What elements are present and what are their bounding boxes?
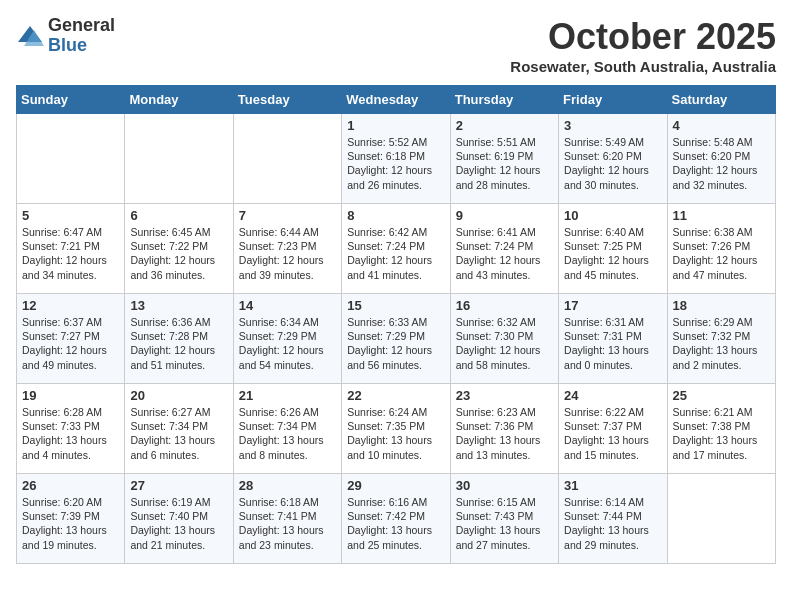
table-row: 9Sunrise: 6:41 AM Sunset: 7:24 PM Daylig… [450,204,558,294]
table-row: 2Sunrise: 5:51 AM Sunset: 6:19 PM Daylig… [450,114,558,204]
day-number: 25 [673,388,770,403]
day-number: 12 [22,298,119,313]
day-number: 8 [347,208,444,223]
day-number: 16 [456,298,553,313]
table-row [667,474,775,564]
calendar-row: 19Sunrise: 6:28 AM Sunset: 7:33 PM Dayli… [17,384,776,474]
day-info: Sunrise: 6:24 AM Sunset: 7:35 PM Dayligh… [347,405,444,462]
page-header: General Blue October 2025 Rosewater, Sou… [16,16,776,75]
table-row [233,114,341,204]
col-tuesday: Tuesday [233,86,341,114]
day-number: 14 [239,298,336,313]
col-sunday: Sunday [17,86,125,114]
logo-text: General Blue [48,16,115,56]
table-row: 10Sunrise: 6:40 AM Sunset: 7:25 PM Dayli… [559,204,667,294]
day-info: Sunrise: 6:23 AM Sunset: 7:36 PM Dayligh… [456,405,553,462]
day-number: 5 [22,208,119,223]
col-wednesday: Wednesday [342,86,450,114]
day-number: 23 [456,388,553,403]
day-info: Sunrise: 6:31 AM Sunset: 7:31 PM Dayligh… [564,315,661,372]
day-info: Sunrise: 6:14 AM Sunset: 7:44 PM Dayligh… [564,495,661,552]
day-info: Sunrise: 6:36 AM Sunset: 7:28 PM Dayligh… [130,315,227,372]
day-number: 11 [673,208,770,223]
table-row: 27Sunrise: 6:19 AM Sunset: 7:40 PM Dayli… [125,474,233,564]
table-row: 23Sunrise: 6:23 AM Sunset: 7:36 PM Dayli… [450,384,558,474]
day-info: Sunrise: 6:19 AM Sunset: 7:40 PM Dayligh… [130,495,227,552]
table-row: 8Sunrise: 6:42 AM Sunset: 7:24 PM Daylig… [342,204,450,294]
table-row: 22Sunrise: 6:24 AM Sunset: 7:35 PM Dayli… [342,384,450,474]
table-row: 14Sunrise: 6:34 AM Sunset: 7:29 PM Dayli… [233,294,341,384]
table-row: 30Sunrise: 6:15 AM Sunset: 7:43 PM Dayli… [450,474,558,564]
day-number: 30 [456,478,553,493]
day-number: 19 [22,388,119,403]
table-row: 18Sunrise: 6:29 AM Sunset: 7:32 PM Dayli… [667,294,775,384]
table-row: 5Sunrise: 6:47 AM Sunset: 7:21 PM Daylig… [17,204,125,294]
day-info: Sunrise: 6:40 AM Sunset: 7:25 PM Dayligh… [564,225,661,282]
day-info: Sunrise: 6:45 AM Sunset: 7:22 PM Dayligh… [130,225,227,282]
day-number: 1 [347,118,444,133]
location: Rosewater, South Australia, Australia [510,58,776,75]
day-info: Sunrise: 6:18 AM Sunset: 7:41 PM Dayligh… [239,495,336,552]
day-number: 22 [347,388,444,403]
day-info: Sunrise: 6:28 AM Sunset: 7:33 PM Dayligh… [22,405,119,462]
day-info: Sunrise: 6:16 AM Sunset: 7:42 PM Dayligh… [347,495,444,552]
day-number: 2 [456,118,553,133]
calendar-row: 26Sunrise: 6:20 AM Sunset: 7:39 PM Dayli… [17,474,776,564]
day-info: Sunrise: 6:42 AM Sunset: 7:24 PM Dayligh… [347,225,444,282]
table-row: 13Sunrise: 6:36 AM Sunset: 7:28 PM Dayli… [125,294,233,384]
calendar-body: 1Sunrise: 5:52 AM Sunset: 6:18 PM Daylig… [17,114,776,564]
title-section: October 2025 Rosewater, South Australia,… [510,16,776,75]
table-row: 11Sunrise: 6:38 AM Sunset: 7:26 PM Dayli… [667,204,775,294]
table-row: 25Sunrise: 6:21 AM Sunset: 7:38 PM Dayli… [667,384,775,474]
day-info: Sunrise: 6:26 AM Sunset: 7:34 PM Dayligh… [239,405,336,462]
day-number: 13 [130,298,227,313]
calendar-row: 1Sunrise: 5:52 AM Sunset: 6:18 PM Daylig… [17,114,776,204]
col-monday: Monday [125,86,233,114]
day-number: 21 [239,388,336,403]
day-number: 10 [564,208,661,223]
table-row: 17Sunrise: 6:31 AM Sunset: 7:31 PM Dayli… [559,294,667,384]
calendar-table: Sunday Monday Tuesday Wednesday Thursday… [16,85,776,564]
day-number: 31 [564,478,661,493]
day-info: Sunrise: 6:41 AM Sunset: 7:24 PM Dayligh… [456,225,553,282]
day-info: Sunrise: 6:32 AM Sunset: 7:30 PM Dayligh… [456,315,553,372]
col-friday: Friday [559,86,667,114]
col-thursday: Thursday [450,86,558,114]
day-number: 6 [130,208,227,223]
day-number: 4 [673,118,770,133]
day-number: 18 [673,298,770,313]
day-info: Sunrise: 5:52 AM Sunset: 6:18 PM Dayligh… [347,135,444,192]
day-number: 27 [130,478,227,493]
day-number: 24 [564,388,661,403]
table-row [17,114,125,204]
table-row: 16Sunrise: 6:32 AM Sunset: 7:30 PM Dayli… [450,294,558,384]
day-info: Sunrise: 6:47 AM Sunset: 7:21 PM Dayligh… [22,225,119,282]
day-number: 7 [239,208,336,223]
table-row: 28Sunrise: 6:18 AM Sunset: 7:41 PM Dayli… [233,474,341,564]
day-info: Sunrise: 6:38 AM Sunset: 7:26 PM Dayligh… [673,225,770,282]
day-info: Sunrise: 5:51 AM Sunset: 6:19 PM Dayligh… [456,135,553,192]
day-number: 20 [130,388,227,403]
table-row: 1Sunrise: 5:52 AM Sunset: 6:18 PM Daylig… [342,114,450,204]
day-number: 9 [456,208,553,223]
table-row: 15Sunrise: 6:33 AM Sunset: 7:29 PM Dayli… [342,294,450,384]
table-row: 4Sunrise: 5:48 AM Sunset: 6:20 PM Daylig… [667,114,775,204]
table-row: 24Sunrise: 6:22 AM Sunset: 7:37 PM Dayli… [559,384,667,474]
day-info: Sunrise: 6:27 AM Sunset: 7:34 PM Dayligh… [130,405,227,462]
day-info: Sunrise: 6:29 AM Sunset: 7:32 PM Dayligh… [673,315,770,372]
table-row: 6Sunrise: 6:45 AM Sunset: 7:22 PM Daylig… [125,204,233,294]
table-row: 3Sunrise: 5:49 AM Sunset: 6:20 PM Daylig… [559,114,667,204]
col-saturday: Saturday [667,86,775,114]
table-row: 21Sunrise: 6:26 AM Sunset: 7:34 PM Dayli… [233,384,341,474]
table-row [125,114,233,204]
day-number: 3 [564,118,661,133]
table-row: 26Sunrise: 6:20 AM Sunset: 7:39 PM Dayli… [17,474,125,564]
day-info: Sunrise: 6:21 AM Sunset: 7:38 PM Dayligh… [673,405,770,462]
day-number: 15 [347,298,444,313]
day-number: 29 [347,478,444,493]
day-info: Sunrise: 6:44 AM Sunset: 7:23 PM Dayligh… [239,225,336,282]
day-info: Sunrise: 6:37 AM Sunset: 7:27 PM Dayligh… [22,315,119,372]
day-number: 28 [239,478,336,493]
table-row: 19Sunrise: 6:28 AM Sunset: 7:33 PM Dayli… [17,384,125,474]
logo: General Blue [16,16,115,56]
